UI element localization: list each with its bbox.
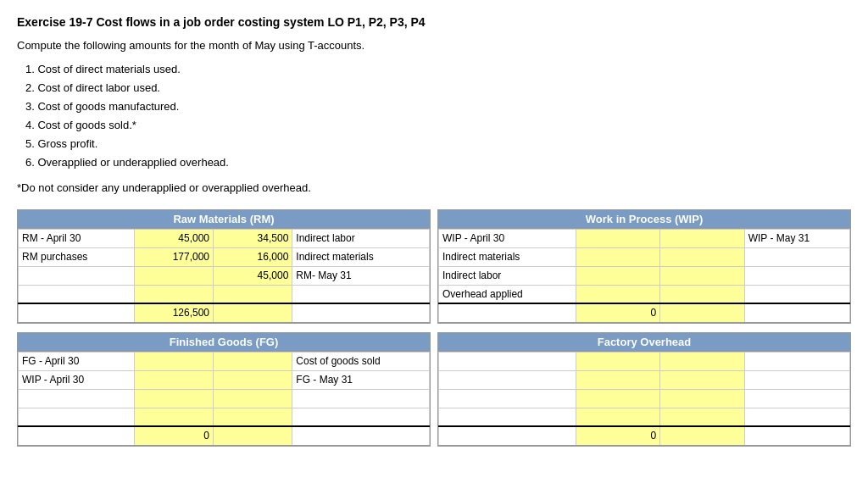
row-right-value[interactable]	[660, 370, 744, 389]
row-right-label	[292, 408, 430, 426]
row-right-label	[292, 303, 430, 322]
row-left-label	[19, 303, 135, 322]
row-right-label	[292, 426, 430, 445]
list-item-2: 2. Cost of direct labor used.	[25, 79, 851, 97]
bottom-tables-row: Finished Goods (FG) FG - April 30Cost of…	[17, 332, 851, 447]
row-left-label	[439, 352, 576, 370]
row-right-value[interactable]	[660, 266, 744, 285]
row-right-value[interactable]	[214, 426, 292, 445]
row-left-label	[439, 426, 576, 445]
row-right-value[interactable]: 45,000	[214, 266, 292, 285]
row-right-value[interactable]	[660, 285, 744, 303]
row-right-label	[744, 389, 849, 408]
row-right-value[interactable]	[214, 370, 292, 389]
row-right-label: Indirect labor	[292, 229, 430, 247]
row-left-label: WIP - April 30	[439, 229, 576, 247]
row-right-label: FG - May 31	[292, 370, 430, 389]
row-left-value[interactable]	[576, 247, 659, 266]
list-item-1: 1. Cost of direct materials used.	[25, 60, 851, 79]
footnote: *Do not consider any underapplied or ove…	[17, 181, 851, 194]
row-left-label	[19, 408, 135, 426]
row-left-value[interactable]	[576, 229, 659, 247]
row-left-value[interactable]: 0	[576, 426, 659, 445]
raw-materials-table: RM - April 3045,00034,500Indirect laborR…	[18, 229, 430, 323]
row-right-label	[744, 352, 849, 370]
row-left-value[interactable]: 126,500	[134, 303, 213, 322]
row-left-label	[439, 408, 576, 426]
row-right-value[interactable]	[660, 229, 744, 247]
row-right-label	[744, 303, 849, 322]
row-right-value[interactable]: 16,000	[214, 247, 292, 266]
row-left-value[interactable]	[576, 370, 659, 389]
row-right-value[interactable]	[214, 285, 292, 303]
row-left-label: Indirect labor	[439, 266, 576, 285]
row-right-value[interactable]	[660, 247, 744, 266]
top-tables-row: Raw Materials (RM) RM - April 3045,00034…	[17, 209, 851, 324]
row-right-label	[744, 426, 849, 445]
row-left-label: FG - April 30	[19, 352, 135, 370]
row-right-value[interactable]	[660, 408, 744, 426]
finished-goods-header: Finished Goods (FG)	[18, 333, 430, 352]
row-left-value[interactable]: 45,000	[134, 229, 213, 247]
raw-materials-header: Raw Materials (RM)	[18, 210, 430, 229]
row-left-value[interactable]	[576, 408, 659, 426]
list-item-4: 4. Cost of goods sold.*	[25, 116, 851, 135]
finished-goods-table: FG - April 30Cost of goods soldWIP - Apr…	[18, 352, 430, 446]
tables-container: Raw Materials (RM) RM - April 3045,00034…	[17, 209, 851, 447]
row-left-label: WIP - April 30	[19, 370, 135, 389]
list-items: 1. Cost of direct materials used. 2. Cos…	[25, 60, 851, 173]
row-right-value[interactable]	[214, 389, 292, 408]
row-right-value[interactable]	[214, 352, 292, 370]
list-item-3: 3. Cost of goods manufactured.	[25, 97, 851, 116]
row-right-label	[292, 389, 430, 408]
row-right-label	[744, 370, 849, 389]
row-left-value[interactable]	[576, 266, 659, 285]
row-left-value[interactable]	[576, 389, 659, 408]
row-left-value[interactable]	[134, 370, 213, 389]
row-right-label: Indirect materials	[292, 247, 430, 266]
wip-table: WIP - April 30WIP - May 31Indirect mater…	[438, 229, 850, 323]
row-left-value[interactable]	[576, 285, 659, 303]
row-right-label	[744, 408, 849, 426]
list-item-5: 5. Gross profit.	[25, 135, 851, 153]
row-right-label	[744, 285, 849, 303]
row-right-value[interactable]: 34,500	[214, 229, 292, 247]
wip-header: Work in Process (WIP)	[438, 210, 850, 229]
factory-overhead-account: Factory Overhead 0	[437, 332, 851, 447]
raw-materials-account: Raw Materials (RM) RM - April 3045,00034…	[17, 209, 431, 324]
row-left-label	[439, 389, 576, 408]
factory-overhead-header: Factory Overhead	[438, 333, 850, 352]
row-left-label	[439, 370, 576, 389]
row-right-value[interactable]	[214, 303, 292, 322]
row-right-value[interactable]	[660, 352, 744, 370]
row-left-label	[19, 389, 135, 408]
row-right-value[interactable]	[660, 426, 744, 445]
row-right-label: WIP - May 31	[744, 229, 849, 247]
finished-goods-account: Finished Goods (FG) FG - April 30Cost of…	[17, 332, 431, 447]
subtitle: Compute the following amounts for the mo…	[17, 39, 851, 52]
row-left-value[interactable]	[134, 408, 213, 426]
factory-overhead-table: 0	[438, 352, 850, 446]
row-right-value[interactable]	[214, 408, 292, 426]
row-right-label: RM- May 31	[292, 266, 430, 285]
page-title: Exercise 19-7 Cost flows in a job order …	[17, 15, 851, 29]
row-left-value[interactable]	[134, 352, 213, 370]
row-right-label: Cost of goods sold	[292, 352, 430, 370]
row-right-value[interactable]	[660, 389, 744, 408]
row-left-label: RM - April 30	[19, 229, 135, 247]
row-left-value[interactable]	[134, 285, 213, 303]
row-left-value[interactable]: 0	[134, 426, 213, 445]
row-left-value[interactable]: 177,000	[134, 247, 213, 266]
row-left-value[interactable]	[134, 266, 213, 285]
row-left-label	[19, 285, 135, 303]
row-left-label	[19, 266, 135, 285]
row-left-value[interactable]: 0	[576, 303, 659, 322]
row-left-label	[19, 426, 135, 445]
row-left-value[interactable]	[134, 389, 213, 408]
row-left-label: Overhead applied	[439, 285, 576, 303]
row-left-label	[439, 303, 576, 322]
row-left-label: Indirect materials	[439, 247, 576, 266]
row-left-value[interactable]	[576, 352, 659, 370]
wip-account: Work in Process (WIP) WIP - April 30WIP …	[437, 209, 851, 324]
row-right-value[interactable]	[660, 303, 744, 322]
